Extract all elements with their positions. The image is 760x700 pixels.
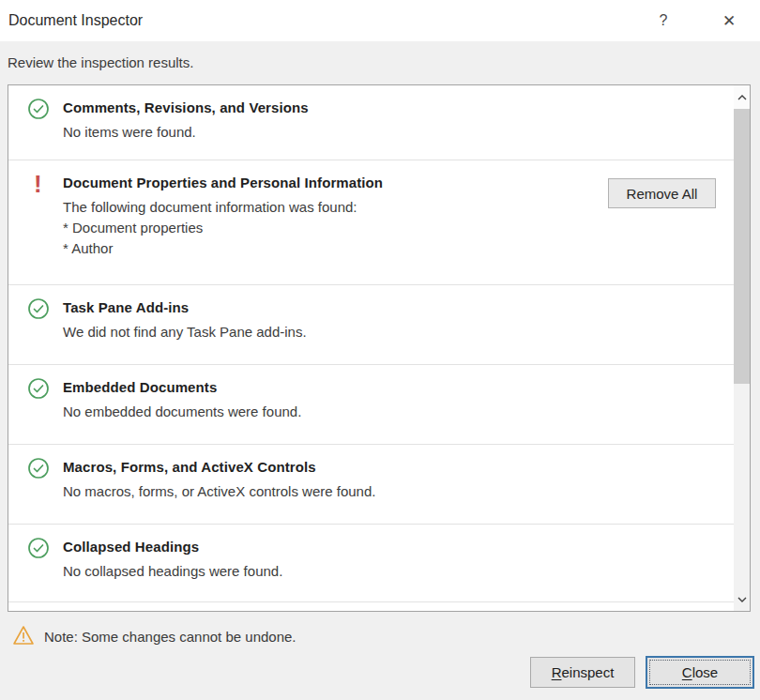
remove-all-button[interactable]: Remove All bbox=[608, 178, 716, 208]
result-details: We did not find any Task Pane add-ins. bbox=[63, 322, 602, 342]
result-title: Comments, Revisions, and Versions bbox=[63, 99, 602, 115]
inspection-result-row: Embedded Documents No embedded documents… bbox=[8, 365, 734, 445]
chevron-down-icon bbox=[737, 597, 747, 602]
result-detail-line: No embedded documents were found. bbox=[63, 402, 602, 422]
result-details: The following document information was f… bbox=[63, 197, 602, 259]
chevron-up-icon bbox=[737, 95, 747, 100]
help-icon: ? bbox=[660, 12, 668, 29]
inspection-results-list: Comments, Revisions, and Versions No ite… bbox=[8, 84, 751, 612]
result-detail-line: We did not find any Task Pane add-ins. bbox=[63, 322, 602, 342]
undo-warning-note: Note: Some changes cannot be undone. bbox=[44, 629, 296, 645]
result-detail-line: * Document properties bbox=[63, 218, 602, 238]
result-detail-line: No macros, forms, or ActiveX controls we… bbox=[63, 481, 602, 502]
warning-triangle-icon bbox=[12, 625, 35, 646]
inspection-result-row: Comments, Revisions, and Versions No ite… bbox=[8, 85, 734, 160]
dialog-titlebar: Document Inspector ? ✕ bbox=[0, 0, 760, 41]
result-detail-line: No items were found. bbox=[63, 122, 602, 143]
inspection-result-row: ! Document Properties and Personal Infor… bbox=[8, 160, 734, 285]
close-window-button[interactable]: ✕ bbox=[715, 0, 743, 41]
scroll-up-button[interactable] bbox=[734, 85, 750, 109]
inspection-result-row: Task Pane Add-ins We did not find any Ta… bbox=[8, 285, 734, 365]
results-rows: Comments, Revisions, and Versions No ite… bbox=[8, 85, 734, 611]
result-details: No embedded documents were found. bbox=[63, 402, 602, 422]
alert-exclamation-icon: ! bbox=[27, 173, 52, 197]
reinspect-button[interactable]: Reinspect bbox=[530, 657, 635, 688]
inspection-result-row: Macros, Forms, and ActiveX Controls No m… bbox=[8, 445, 734, 525]
result-title: Collapsed Headings bbox=[63, 539, 602, 555]
check-circle-icon bbox=[27, 457, 52, 481]
result-detail-line: No collapsed headings were found. bbox=[63, 561, 602, 582]
check-circle-icon bbox=[27, 98, 52, 122]
check-circle-icon bbox=[27, 537, 52, 561]
result-title: Document Properties and Personal Informa… bbox=[63, 175, 602, 190]
result-details: No items were found. bbox=[63, 122, 602, 143]
dialog-title: Document Inspector bbox=[8, 0, 143, 41]
help-button[interactable]: ? bbox=[649, 0, 677, 41]
close-icon: ✕ bbox=[722, 11, 736, 31]
result-title: Macros, Forms, and ActiveX Controls bbox=[63, 459, 602, 475]
result-detail-line: * Author bbox=[63, 238, 602, 259]
check-circle-icon bbox=[27, 297, 52, 322]
check-circle-icon bbox=[27, 377, 52, 402]
close-button[interactable]: Close bbox=[646, 656, 754, 689]
scroll-down-button[interactable] bbox=[734, 587, 750, 611]
result-details: No macros, forms, or ActiveX controls we… bbox=[63, 481, 602, 502]
vertical-scrollbar[interactable] bbox=[734, 85, 750, 611]
inspection-result-row: Collapsed Headings No collapsed headings… bbox=[8, 525, 734, 602]
result-title: Embedded Documents bbox=[63, 379, 602, 395]
result-details: No collapsed headings were found. bbox=[63, 561, 602, 582]
scrollbar-thumb[interactable] bbox=[734, 109, 750, 384]
result-title: Task Pane Add-ins bbox=[63, 299, 602, 315]
result-detail-line: The following document information was f… bbox=[63, 197, 602, 218]
review-instruction: Review the inspection results. bbox=[8, 54, 193, 70]
